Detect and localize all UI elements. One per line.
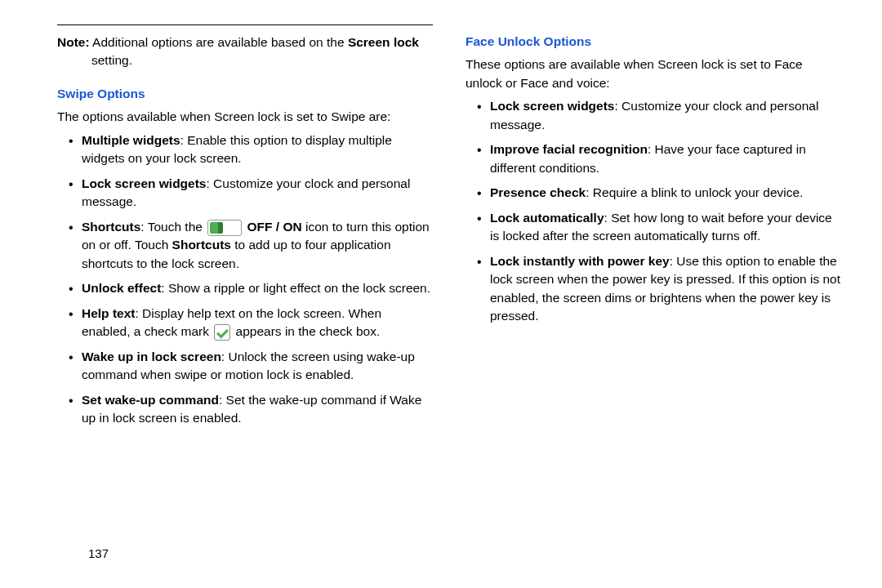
item-title: Improve facial recognition [490,142,648,156]
checkmark-icon [214,324,230,341]
item-title: Multiple widgets [82,133,180,147]
list-item: Presence check: Require a blink to unloc… [480,184,841,202]
item-desc: : Show a ripple or light effect on the l… [161,281,430,295]
note-block: Note: Additional options are available b… [57,33,433,70]
off-on-label: OFF / ON [247,220,302,234]
page-number: 137 [88,546,109,560]
list-item: Help text: Display help text on the lock… [72,305,433,341]
item-title: Shortcuts [82,220,140,234]
note-text-before: Additional options are available based o… [92,35,348,49]
item-title: Lock screen widgets [82,176,206,190]
item-title: Unlock effect [82,281,161,295]
swipe-options-list: Multiple widgets: Enable this option to … [57,131,433,428]
toggle-icon [207,220,242,236]
item-title: Set wake-up command [82,393,219,407]
swipe-intro: The options available when Screen lock i… [57,108,433,126]
item-title: Wake up in lock screen [82,350,221,363]
note-bold: Screen lock [348,35,419,49]
item-pre: : Touch the [140,220,206,234]
list-item: Set wake-up command: Set the wake-up com… [72,391,433,428]
note-text-after: setting. [91,53,132,67]
left-column: Note: Additional options are available b… [57,24,433,434]
shortcuts-bold: Shortcuts [172,238,231,252]
note-label: Note: [57,35,90,49]
face-unlock-heading: Face Unlock Options [466,33,841,51]
list-item: Shortcuts: Touch the OFF / ON icon to tu… [72,218,433,273]
item-post: appears in the check box. [232,324,380,338]
item-desc: : Require a blink to unlock your device. [586,185,803,199]
list-item: Lock screen widgets: Customize your cloc… [480,97,841,134]
item-title: Presence check [490,185,586,199]
item-title: Help text [82,306,135,320]
divider [57,24,433,25]
list-item: Wake up in lock screen: Unlock the scree… [72,348,433,385]
list-item: Improve facial recognition: Have your fa… [480,140,841,177]
swipe-options-heading: Swipe Options [57,85,433,103]
list-item: Lock screen widgets: Customize your cloc… [72,175,433,212]
item-title: Lock screen widgets [490,99,614,113]
document-page: Note: Additional options are available b… [0,0,882,450]
list-item: Multiple widgets: Enable this option to … [72,131,433,168]
face-intro: These options are available when Screen … [466,56,841,92]
list-item: Lock automatically: Set how long to wait… [480,209,841,246]
list-item: Lock instantly with power key: Use this … [480,252,841,326]
item-title: Lock automatically [490,211,604,225]
item-title: Lock instantly with power key [490,254,670,268]
right-column: Face Unlock Options These options are av… [466,24,841,434]
list-item: Unlock effect: Show a ripple or light ef… [72,279,433,297]
face-options-list: Lock screen widgets: Customize your cloc… [466,97,841,325]
